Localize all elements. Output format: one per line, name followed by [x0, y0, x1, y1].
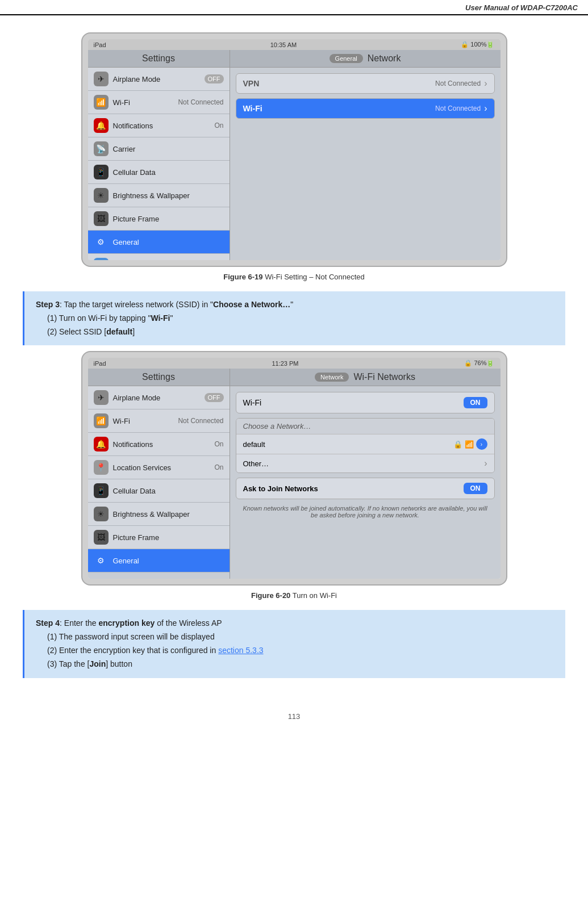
sidebar-label-wifi: Wi-Fi — [113, 98, 130, 107]
sidebar-item-notifications[interactable]: 🔔 Notifications On — [88, 114, 230, 137]
right-title-1: Network — [368, 53, 401, 64]
figure-2-caption: Figure 6-20 Turn on Wi-Fi — [23, 591, 565, 600]
sidebar2-notifications[interactable]: 🔔 Notifications On — [88, 433, 230, 456]
sidebar2-picture[interactable]: 🖼 Picture Frame — [88, 526, 230, 549]
ask-on-button[interactable]: ON — [464, 483, 487, 494]
sidebar-item-general[interactable]: ⚙ General — [88, 231, 230, 254]
sidebar-label-picture: Picture Frame — [113, 215, 160, 223]
figure-2-bold: Figure 6-20 — [251, 591, 290, 600]
wifi-icon: 📶 — [94, 95, 109, 110]
figure-1-caption: Figure 6-19 Wi-Fi Setting – Not Connecte… — [23, 273, 565, 281]
statusbar-right-1: 🔒 100%🔋 — [461, 41, 494, 48]
settings-header-2: Settings — [88, 369, 230, 386]
wifi-network-other[interactable]: Other… › — [236, 454, 494, 473]
wifi-net-label: Wi-Fi — [243, 104, 262, 113]
sidebar-item-carrier[interactable]: 📡 Carrier — [88, 137, 230, 161]
sidebar-item-airplane[interactable]: ✈ Airplane Mode OFF — [88, 68, 230, 91]
choose-network-label: Choose a Network… — [236, 419, 494, 434]
sidebar2-brightness[interactable]: ☀ Brightness & Wallpaper — [88, 503, 230, 526]
general-icon-2: ⚙ — [94, 553, 109, 568]
ipad-screen-1: iPad 10:35 AM 🔒 100%🔋 Settings ✈ Airplan… — [88, 39, 501, 260]
right-panel-content-1: VPN Not Connected › Wi-Fi Not Connected — [230, 68, 501, 129]
figure-1-bold: Figure 6-19 — [223, 273, 262, 281]
step3-sub1: (1) Turn on Wi-Fi by tapping "Wi-Fi" — [36, 312, 554, 325]
picture-icon-2: 🖼 — [94, 530, 109, 545]
default-network-icons: 🔒 📶 › — [453, 438, 487, 450]
vpn-label: VPN — [243, 79, 260, 88]
network-item-wifi[interactable]: Wi-Fi Not Connected › — [236, 98, 495, 119]
airplane-toggle[interactable]: OFF — [205, 74, 224, 83]
step4-sub3: (3) Tap the [Join] button — [36, 658, 554, 671]
page-content: iPad 10:35 AM 🔒 100%🔋 Settings ✈ Airplan… — [0, 15, 588, 695]
ipad-mockup-2: iPad 11:23 PM 🔒 76%🔋 Settings ✈ Airplane… — [81, 351, 507, 586]
join-note: Known networks will be joined automatica… — [236, 503, 495, 521]
wifi-net-status: Not Connected — [435, 104, 481, 112]
sidebar-item-mail[interactable]: ✉ Mail, Contacts, Calendars — [88, 254, 230, 260]
wifi-toggle-row[interactable]: Wi-Fi ON — [236, 392, 495, 413]
sidebar2-location[interactable]: 📍 Location Services On — [88, 456, 230, 479]
sidebar-label-cellular: Cellular Data — [113, 168, 156, 177]
statusbar-right-2: 🔒 76%🔋 — [464, 359, 494, 367]
step3-box: Step 3: Tap the target wireless network … — [23, 291, 565, 345]
wifi-panel-content: Wi-Fi ON Choose a Network… default 🔒 — [230, 386, 501, 526]
ipad-body-1: Settings ✈ Airplane Mode OFF 📶 Wi-Fi Not… — [88, 50, 501, 260]
ask-label: Ask to Join Networks — [243, 484, 318, 493]
sidebar-label-airplane: Airplane Mode — [113, 75, 161, 83]
sidebar2-airplane[interactable]: ✈ Airplane Mode OFF — [88, 386, 230, 409]
statusbar-left-2: iPad — [94, 360, 106, 367]
wifi-on-button[interactable]: ON — [464, 397, 487, 408]
cellular-icon: 📱 — [94, 165, 109, 179]
ask-to-join-row[interactable]: Ask to Join Networks ON — [236, 478, 495, 499]
default-network-name: default — [243, 440, 265, 449]
sidebar2-wifi[interactable]: 📶 Wi-Fi Not Connected — [88, 409, 230, 433]
notifications-value: On — [214, 122, 223, 129]
notif-icon-2: 🔔 — [94, 437, 109, 451]
vpn-status: Not Connected — [435, 80, 481, 87]
airplane-toggle-2[interactable]: OFF — [205, 393, 224, 402]
mail-icon: ✉ — [94, 258, 109, 260]
sidebar-label-general: General — [113, 238, 139, 246]
network-item-vpn[interactable]: VPN Not Connected › — [236, 73, 495, 94]
header-title: User Manual of WDAP-C7200AC — [465, 3, 578, 12]
section-link[interactable]: section 5.3.3 — [218, 646, 263, 655]
wifi-value-2: Not Connected — [178, 417, 223, 425]
ipad-body-2: Settings ✈ Airplane Mode OFF 📶 Wi-Fi Not… — [88, 369, 501, 579]
sidebar-label-notifications: Notifications — [113, 122, 153, 130]
sidebar-label-carrier: Carrier — [113, 145, 136, 153]
sidebar2-general[interactable]: ⚙ General — [88, 549, 230, 572]
step4-box: Step 4: Enter the encryption key of the … — [23, 610, 565, 678]
wifi-right-panel: Network Wi-Fi Networks Wi-Fi ON Choose a… — [230, 369, 501, 579]
statusbar-center-1: 10:35 AM — [270, 41, 297, 48]
brightness-icon: ☀ — [94, 188, 109, 203]
back-btn-2[interactable]: Network — [315, 373, 349, 382]
sidebar-item-cellular[interactable]: 📱 Cellular Data — [88, 161, 230, 184]
default-network-arrow[interactable]: › — [476, 438, 487, 450]
sidebar-item-wifi[interactable]: 📶 Wi-Fi Not Connected — [88, 91, 230, 114]
step3-sub2: (2) Select SSID [default] — [36, 325, 554, 339]
back-btn-1[interactable]: General — [330, 54, 363, 63]
right-panel-header-1: General Network — [230, 50, 501, 68]
settings-sidebar-1: Settings ✈ Airplane Mode OFF 📶 Wi-Fi Not… — [88, 50, 230, 260]
ipad-screen-2: iPad 11:23 PM 🔒 76%🔋 Settings ✈ Airplane… — [88, 358, 501, 579]
step4-sub2: (2) Enter the encryption key that is con… — [36, 644, 554, 658]
figure-1-text: Wi-Fi Setting – Not Connected — [265, 273, 365, 281]
sidebar-item-picture[interactable]: 🖼 Picture Frame — [88, 207, 230, 231]
step3-title: Step 3 — [36, 300, 60, 309]
sidebar-label-brightness: Brightness & Wallpaper — [113, 191, 190, 200]
picture-icon: 🖼 — [94, 211, 109, 226]
step3-choose: Choose a Network… — [213, 300, 290, 309]
page-footer: 113 — [0, 706, 588, 726]
carrier-icon: 📡 — [94, 141, 109, 156]
wifi-toggle-label: Wi-Fi — [243, 398, 262, 407]
cellular-icon-2: 📱 — [94, 483, 109, 498]
settings-header-1: Settings — [88, 50, 230, 68]
notifications-icon: 🔔 — [94, 118, 109, 133]
airplane-icon-2: ✈ — [94, 390, 109, 405]
statusbar-2: iPad 11:23 PM 🔒 76%🔋 — [88, 358, 501, 369]
sidebar2-cellular[interactable]: 📱 Cellular Data — [88, 479, 230, 503]
sidebar-item-brightness[interactable]: ☀ Brightness & Wallpaper — [88, 184, 230, 207]
vpn-chevron-icon: › — [484, 78, 487, 89]
other-chevron-icon: › — [484, 458, 487, 469]
wifi-icon-2: 📶 — [94, 413, 109, 428]
wifi-network-default[interactable]: default 🔒 📶 › — [236, 434, 494, 454]
